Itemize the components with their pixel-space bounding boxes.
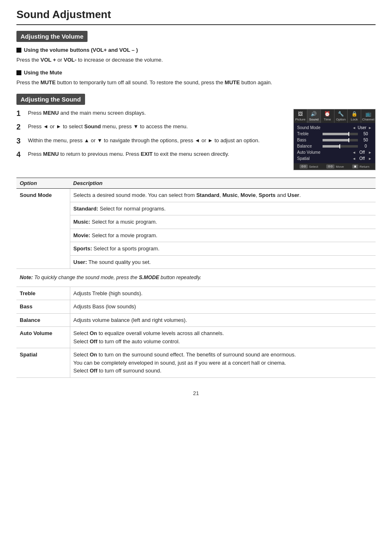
table-row-soundmode-user: User: The sound quality you set. bbox=[16, 255, 376, 269]
vol-buttons-title: Using the volume buttons (VOL+ and VOL –… bbox=[16, 46, 376, 54]
osd-label-soundmode: Sound Mode bbox=[297, 125, 352, 130]
osd-move-btn: ⊙⊙ bbox=[326, 164, 334, 169]
osd-tab-sound-label: Sound bbox=[309, 118, 318, 121]
table-row-soundmode-movie: Movie: Select for a movie program. bbox=[16, 229, 376, 242]
desc-autovolume: Select On to equalize overall volume lev… bbox=[70, 327, 376, 348]
osd-label-spatial: Spatial bbox=[297, 156, 352, 161]
osd-bar-fill-bass bbox=[323, 139, 349, 141]
desc-spatial: Select On to turn on the surround sound … bbox=[70, 348, 376, 378]
osd-label-bass: Bass bbox=[297, 138, 321, 142]
osd-body: Sound Mode ◄ User ► Treble 50 Bass bbox=[294, 123, 375, 163]
osd-arrow-left-soundmode: ◄ bbox=[352, 126, 356, 130]
desc-treble: Adjusts Treble (high sounds). bbox=[70, 287, 376, 300]
mute-title: Using the Mute bbox=[16, 69, 376, 77]
sound-section-content: 1 Press MENU and the main menu screen di… bbox=[16, 109, 376, 170]
col-description: Description bbox=[70, 178, 376, 189]
options-table: Option Description Sound Mode Selects a … bbox=[16, 178, 376, 378]
step-text-4: Press MENU to return to previous menu. P… bbox=[28, 150, 229, 160]
osd-label-balance: Balance bbox=[297, 144, 321, 148]
option-treble: Treble bbox=[16, 287, 70, 300]
osd-row-spatial: Spatial ◄ Off ► bbox=[295, 155, 374, 162]
lock-icon: 🔒 bbox=[351, 111, 357, 117]
desc-soundmode-standard: Standard: Select for normal programs. bbox=[70, 202, 376, 215]
step-number-1: 1 bbox=[16, 109, 24, 118]
osd-panel: 🖼 Picture 🔊 Sound ⏰ Time 🔧 Option 🔒 bbox=[293, 109, 376, 170]
option-soundmode: Sound Mode bbox=[16, 189, 70, 269]
sound-steps: 1 Press MENU and the main menu screen di… bbox=[16, 109, 285, 170]
option-icon: 🔧 bbox=[338, 111, 344, 117]
desc-balance: Adjusts volume balance (left and right v… bbox=[70, 313, 376, 327]
osd-row-bass: Bass 50 bbox=[295, 137, 374, 143]
osd-row-autovolume: Auto Volume ◄ Off ► bbox=[295, 149, 374, 155]
table-row-bass: Bass Adjusts Bass (low sounds) bbox=[16, 300, 376, 314]
table-row-treble: Treble Adjusts Treble (high sounds). bbox=[16, 287, 376, 300]
osd-bar-treble bbox=[323, 133, 358, 135]
osd-tab-picture-label: Picture bbox=[295, 118, 305, 121]
osd-footer-select: ⊙⊙ Select bbox=[300, 164, 318, 169]
osd-footer-move: ⊙⊙ Move bbox=[326, 164, 344, 169]
osd-tab-picture: 🖼 Picture bbox=[294, 109, 307, 123]
osd-value-bass: 50 bbox=[360, 138, 372, 142]
osd-arrow-right-autovolume: ► bbox=[368, 150, 372, 155]
osd-arrow-right-soundmode: ► bbox=[368, 126, 372, 130]
osd-tabs: 🖼 Picture 🔊 Sound ⏰ Time 🔧 Option 🔒 bbox=[294, 109, 375, 123]
osd-label-treble: Treble bbox=[297, 132, 321, 136]
vol-buttons-text: Press the VOL + or VOL- to increase or d… bbox=[16, 56, 376, 64]
osd-tab-time-label: Time bbox=[324, 118, 331, 121]
osd-bar-fill-balance bbox=[323, 145, 340, 148]
osd-bar-marker-treble bbox=[348, 132, 349, 136]
option-balance: Balance bbox=[16, 313, 70, 327]
vol-buttons-block: Using the volume buttons (VOL+ and VOL –… bbox=[16, 46, 376, 64]
osd-tab-lock-label: Lock bbox=[351, 118, 358, 121]
page-number: 21 bbox=[16, 390, 376, 396]
osd-arrow-left-spatial: ◄ bbox=[352, 157, 356, 161]
osd-tab-sound: 🔊 Sound bbox=[307, 109, 321, 123]
picture-icon: 🖼 bbox=[298, 111, 303, 117]
osd-return-label: Return bbox=[360, 165, 369, 169]
osd-return-btn: ▣ bbox=[352, 164, 358, 169]
osd-footer-return: ▣ Return bbox=[352, 164, 369, 169]
desc-bass: Adjusts Bass (low sounds) bbox=[70, 300, 376, 314]
osd-bar-bass bbox=[323, 139, 358, 141]
option-bass: Bass bbox=[16, 300, 70, 314]
mute-block: Using the Mute Press the MUTE button to … bbox=[16, 69, 376, 86]
channel-icon: 📺 bbox=[365, 111, 371, 117]
step-2: 2 Press ◄ or ► to select Sound menu, pre… bbox=[16, 123, 285, 132]
volume-section: Adjusting the Volume Using the volume bu… bbox=[16, 31, 376, 86]
osd-bar-marker-bass bbox=[348, 138, 349, 142]
osd-footer: ⊙⊙ Select ⊙⊙ Move ▣ Return bbox=[294, 163, 375, 170]
bullet-square bbox=[16, 48, 21, 53]
step-text-2: Press ◄ or ► to select Sound menu, press… bbox=[28, 123, 188, 132]
osd-tab-channel-label: Channel bbox=[362, 118, 374, 121]
table-row-balance: Balance Adjusts volume balance (left and… bbox=[16, 313, 376, 327]
sound-icon: 🔊 bbox=[311, 111, 317, 117]
bullet-square-2 bbox=[16, 70, 21, 75]
osd-bar-marker-balance bbox=[339, 144, 340, 148]
osd-tab-time: ⏰ Time bbox=[321, 109, 334, 123]
table-row-soundmode-music: Music: Select for a music program. bbox=[16, 215, 376, 229]
osd-tab-lock: 🔒 Lock bbox=[348, 109, 361, 123]
sound-section: Adjusting the Sound 1 Press MENU and the… bbox=[16, 94, 376, 170]
osd-value-treble: 50 bbox=[360, 132, 372, 136]
osd-select-label: Select bbox=[309, 165, 318, 169]
step-3: 3 Within the menu, press ▲ or ▼ to navig… bbox=[16, 136, 285, 146]
osd-label-autovolume: Auto Volume bbox=[297, 150, 352, 155]
osd-value-balance: 0 bbox=[360, 144, 372, 148]
desc-soundmode-user: User: The sound quality you set. bbox=[70, 255, 376, 269]
page-title: Sound Adjustment bbox=[16, 8, 376, 25]
osd-tab-channel: 📺 Channel bbox=[361, 109, 375, 123]
osd-value-soundmode: User bbox=[356, 125, 368, 130]
step-text-1: Press MENU and the main menu screen disp… bbox=[28, 109, 146, 118]
step-1: 1 Press MENU and the main menu screen di… bbox=[16, 109, 285, 118]
desc-soundmode-sports: Sports: Select for a sports program. bbox=[70, 242, 376, 256]
option-autovolume: Auto Volume bbox=[16, 327, 70, 348]
osd-select-btn: ⊙⊙ bbox=[300, 164, 308, 169]
option-spatial: Spatial bbox=[16, 348, 70, 378]
osd-value-spatial: Off bbox=[356, 156, 368, 161]
osd-value-autovolume: Off bbox=[356, 150, 368, 155]
step-4: 4 Press MENU to return to previous menu.… bbox=[16, 150, 285, 160]
time-icon: ⏰ bbox=[324, 111, 330, 117]
osd-tab-option-label: Option bbox=[336, 118, 346, 121]
osd-tab-option: 🔧 Option bbox=[334, 109, 348, 123]
table-row-autovolume: Auto Volume Select On to equalize overal… bbox=[16, 327, 376, 348]
